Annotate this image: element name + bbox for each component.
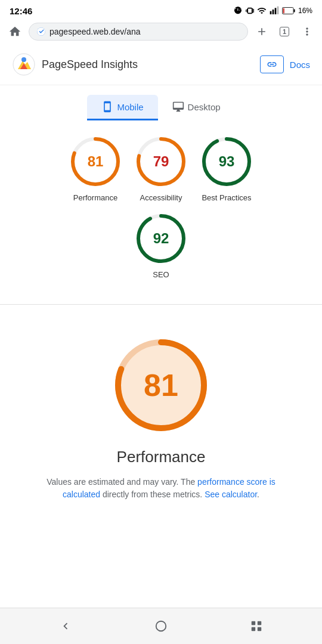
performance-description: Values are estimated and may vary. The p… [36,476,286,501]
overview-icon [250,620,263,633]
more-vert-icon [301,26,313,38]
desc-text-2: directly from these metrics. [100,490,205,499]
battery-icon [282,7,295,15]
performance-circle: 81 [69,135,122,188]
url-bar[interactable]: pagespeed.web.dev/ana [29,23,248,41]
svg-rect-0 [270,11,272,14]
page-content: PageSpeed Insights Docs Mobile Desktop [0,44,322,513]
svg-rect-1 [273,10,274,14]
best-practices-label: Best Practices [202,193,251,202]
tab-mobile-label: Mobile [117,102,143,112]
add-icon [256,26,268,38]
more-options-button[interactable] [298,23,316,41]
back-icon [59,620,72,633]
svg-rect-24 [252,627,255,631]
svg-point-9 [21,57,26,62]
score-seo[interactable]: 92 SEO [134,212,188,279]
wifi-icon [257,6,267,16]
psi-logo [12,52,36,76]
performance-detail-title: Performance [117,448,206,466]
tab-switcher-button[interactable]: 1 [275,23,293,41]
svg-point-21 [156,621,166,631]
scores-row-2: 92 SEO [10,212,312,279]
score-accessibility[interactable]: 79 Accessibility [134,135,188,202]
new-tab-button[interactable] [253,23,271,41]
seo-label: SEO [153,270,169,279]
desktop-icon [172,101,184,113]
svg-rect-23 [258,621,261,625]
svg-rect-22 [252,621,255,625]
psi-header: PageSpeed Insights Docs [0,44,322,85]
bottom-navigation [0,608,322,644]
battery-percent: 16% [298,7,312,15]
svg-rect-2 [275,8,277,14]
best-practices-score: 93 [219,153,235,170]
svg-rect-25 [258,627,261,631]
signal-icon [270,6,279,16]
best-practices-circle: 93 [200,135,253,188]
docs-button[interactable]: Docs [290,60,310,70]
scores-row-1: 81 Performance 79 Accessibility [10,135,312,202]
accessibility-label: Accessibility [140,193,182,202]
overview-button[interactable] [246,615,267,637]
browser-toolbar: pagespeed.web.dev/ana 1 [0,19,322,44]
performance-detail: 81 Performance Values are estimated and … [0,311,322,513]
calculator-link[interactable]: See calculator [205,490,257,499]
svg-rect-3 [277,7,279,14]
psi-header-actions: Docs [260,55,310,73]
performance-score: 81 [88,153,104,170]
score-best-practices[interactable]: 93 Best Practices [200,135,253,202]
accessibility-circle: 79 [134,135,188,188]
vibrate-icon [246,6,254,16]
psi-title: PageSpeed Insights [42,58,138,71]
url-text: pagespeed.web.dev/ana [49,27,240,36]
device-tabs: Mobile Desktop [0,85,322,120]
desc-text-3: . [257,490,259,499]
scores-section: 81 Performance 79 Accessibility [0,120,322,298]
tab-count: 1 [280,27,289,36]
large-performance-circle: 81 [110,335,212,436]
accessibility-score: 79 [153,153,169,170]
tab-desktop[interactable]: Desktop [158,95,235,120]
secure-icon [36,27,46,36]
link-icon [267,59,277,70]
psi-logo-area: PageSpeed Insights [12,52,138,76]
status-icons: 16% [233,6,312,16]
seo-score: 92 [153,230,169,247]
home-button[interactable] [6,23,24,41]
nav-home-button[interactable] [150,615,172,637]
browser-action-buttons: 1 [253,23,316,41]
status-time: 12:46 [10,6,32,16]
desc-text-1: Values are estimated and may vary. The [47,477,197,487]
large-performance-score: 81 [144,367,178,403]
score-performance[interactable]: 81 Performance [69,135,122,202]
link-button[interactable] [260,55,284,73]
mobile-icon [101,101,113,113]
performance-label: Performance [73,193,117,202]
nav-home-icon [154,620,168,633]
svg-rect-6 [293,9,295,12]
alarm-icon [233,6,243,16]
tab-mobile[interactable]: Mobile [87,95,157,120]
svg-rect-5 [283,8,284,13]
home-icon [8,25,21,38]
desc-link-2: See calculator [205,490,257,499]
section-divider [0,304,322,305]
tab-desktop-label: Desktop [188,102,221,112]
seo-circle: 92 [134,212,188,265]
status-bar: 12:46 16% [0,0,322,19]
back-button[interactable] [55,615,76,637]
